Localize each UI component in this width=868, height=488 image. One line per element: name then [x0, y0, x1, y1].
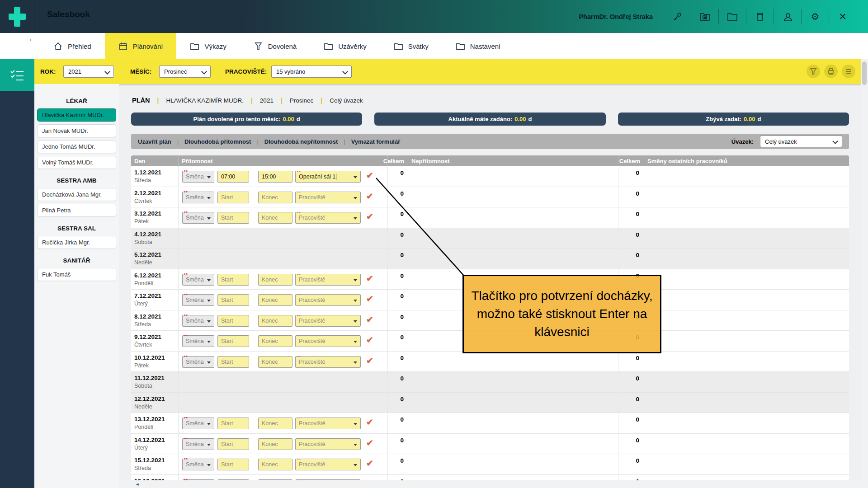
confirm-check-icon[interactable]: ✔ — [366, 171, 373, 180]
tab-uzávěrky[interactable]: Uzávěrky — [310, 33, 380, 59]
horizontal-scrollbar[interactable]: ◂ — [119, 480, 861, 488]
sidebar-staff-item[interactable]: Volný Tomáš MUDr. — [37, 156, 116, 169]
vertical-scrollbar[interactable] — [861, 59, 868, 488]
tab-výkazy[interactable]: Výkazy — [176, 33, 240, 59]
workplace-select[interactable]: •• Pracoviště — [295, 459, 361, 470]
user-icon[interactable] — [774, 12, 801, 22]
end-time-input[interactable] — [258, 171, 292, 183]
start-time-input[interactable] — [217, 192, 249, 203]
start-time-input[interactable] — [217, 356, 249, 368]
workplace-select[interactable]: •• Pracoviště — [295, 192, 361, 203]
uvazek-select[interactable]: Celý úvazek — [760, 136, 842, 147]
shift-type-select[interactable]: •• Směna — [182, 171, 214, 183]
confirm-check-icon[interactable]: ✔ — [366, 357, 373, 365]
workplace-select[interactable]: •• Pracoviště — [295, 315, 361, 327]
toolbar-action-button[interactable]: Uzavřít plán — [138, 138, 171, 145]
end-time-input[interactable] — [258, 438, 292, 450]
end-time-input[interactable] — [258, 192, 292, 203]
start-time-input[interactable] — [217, 418, 249, 429]
shift-type-select[interactable]: •• Směna — [182, 294, 214, 306]
frame-icon[interactable] — [746, 12, 774, 22]
vertical-scrollbar-thumb[interactable] — [862, 61, 867, 85]
workplace-select[interactable]: •• Pracoviště — [295, 438, 361, 450]
nav-arrow-icon[interactable]: → — [26, 35, 33, 42]
end-time-input[interactable] — [258, 274, 292, 286]
tab-přehled[interactable]: Přehled — [40, 33, 105, 59]
tab-plánování[interactable]: Plánování — [105, 33, 177, 59]
sidebar-staff-item[interactable]: Fuk Tomáš — [37, 268, 116, 281]
workplace-select[interactable]: •• Pracoviště — [295, 418, 361, 429]
folder-icon[interactable] — [719, 12, 746, 22]
toolbar-action-button[interactable]: Vymazat formulář — [351, 138, 401, 145]
workplace-select[interactable]: •• Pracoviště — [295, 356, 361, 368]
workplace-select[interactable]: •• Operační sál 1 — [295, 171, 361, 183]
print-circle-button[interactable] — [824, 65, 838, 78]
shift-type-select[interactable]: •• Směna — [182, 335, 214, 347]
shift-type-select[interactable]: •• Směna — [182, 274, 214, 286]
row-weekday: Úterý — [134, 445, 178, 451]
start-time-input[interactable] — [217, 315, 249, 327]
end-time-input[interactable] — [258, 315, 292, 327]
shift-type-select[interactable]: •• Směna — [182, 418, 214, 429]
confirm-check-icon[interactable]: ✔ — [366, 459, 373, 468]
confirm-check-icon[interactable]: ✔ — [366, 274, 373, 283]
confirm-check-icon[interactable]: ✔ — [366, 315, 373, 324]
end-time-input[interactable] — [258, 335, 292, 347]
scroll-left-arrow-icon[interactable]: ◂ — [136, 482, 139, 487]
breadcrumb-item[interactable]: PLÁN — [132, 97, 150, 104]
shift-type-select[interactable]: •• Směna — [182, 356, 214, 368]
breadcrumb-item[interactable]: 2021 — [260, 97, 274, 104]
breadcrumb-item[interactable]: Celý úvazek — [330, 97, 363, 104]
sidebar-staff-item[interactable]: Hlavička Kazimír MUDr. — [37, 108, 116, 122]
gear-icon[interactable]: ⚙ — [802, 12, 829, 21]
shift-type-select[interactable]: •• Směna — [182, 212, 214, 224]
start-time-input[interactable] — [217, 438, 249, 450]
folder-n-icon[interactable]: N — [691, 12, 718, 22]
sidebar-staff-item[interactable]: Docházková Jana Mgr. — [37, 188, 116, 201]
close-icon[interactable]: ✕ — [829, 12, 856, 21]
start-time-input[interactable] — [217, 171, 249, 183]
toolbar-action-button[interactable]: Dlouhodobá přítomnost — [184, 138, 251, 145]
start-time-input[interactable] — [217, 335, 249, 347]
confirm-check-icon[interactable]: ✔ — [366, 295, 373, 303]
start-time-input[interactable] — [217, 459, 249, 470]
breadcrumb-item[interactable]: HLAVIČKA KAZIMÍR MUDR. — [166, 97, 244, 104]
confirm-check-icon[interactable]: ✔ — [366, 336, 373, 344]
workplace-select[interactable]: •• Pracoviště — [295, 294, 361, 306]
tab-dovolená[interactable]: Dovolená — [240, 33, 310, 59]
confirm-check-icon[interactable]: ✔ — [366, 418, 373, 427]
menu-circle-button[interactable] — [842, 65, 855, 78]
key-icon[interactable] — [664, 12, 691, 22]
sidebar-staff-item[interactable]: Jedno Tomáš MUDr. — [37, 140, 116, 153]
shift-type-select[interactable]: •• Směna — [182, 315, 214, 327]
shift-type-select[interactable]: •• Směna — [182, 438, 214, 450]
shift-type-select[interactable]: •• Směna — [182, 459, 214, 470]
confirm-check-icon[interactable]: ✔ — [366, 192, 373, 201]
end-time-input[interactable] — [258, 212, 292, 224]
workplace-select[interactable]: •• Pracoviště — [295, 212, 361, 224]
confirm-check-icon[interactable]: ✔ — [366, 439, 373, 447]
sidebar-staff-item[interactable]: Jan Novák MUDr. — [37, 124, 116, 137]
end-time-input[interactable] — [258, 356, 292, 368]
month-select[interactable]: Prosinec — [159, 66, 211, 78]
workplace-select[interactable]: •• Pracoviště — [295, 274, 361, 286]
tab-nastavení[interactable]: Nastavení — [442, 33, 514, 59]
workplace-filter-select[interactable]: 15 vybráno — [271, 66, 352, 78]
end-time-input[interactable] — [258, 294, 292, 306]
workplace-select[interactable]: •• Pracoviště — [295, 335, 361, 347]
end-time-input[interactable] — [258, 418, 292, 429]
confirm-check-icon[interactable]: ✔ — [366, 212, 373, 221]
filter-circle-button[interactable] — [807, 65, 820, 78]
toolbar-action-button[interactable]: Dlouhodobá nepřítomnost — [264, 138, 338, 145]
start-time-input[interactable] — [217, 274, 249, 286]
shift-type-select[interactable]: •• Směna — [182, 192, 214, 203]
tab-svátky[interactable]: Svátky — [380, 33, 442, 59]
sidebar-staff-item[interactable]: Ručička Jirka Mgr. — [37, 236, 116, 249]
end-time-input[interactable] — [258, 459, 292, 470]
year-select[interactable]: 2021 — [63, 66, 114, 78]
sidebar-staff-item[interactable]: Pilná Petra — [37, 204, 116, 217]
start-time-input[interactable] — [217, 294, 249, 306]
planning-list-icon[interactable] — [0, 59, 34, 91]
start-time-input[interactable] — [217, 212, 249, 224]
breadcrumb-item[interactable]: Prosinec — [290, 97, 314, 104]
